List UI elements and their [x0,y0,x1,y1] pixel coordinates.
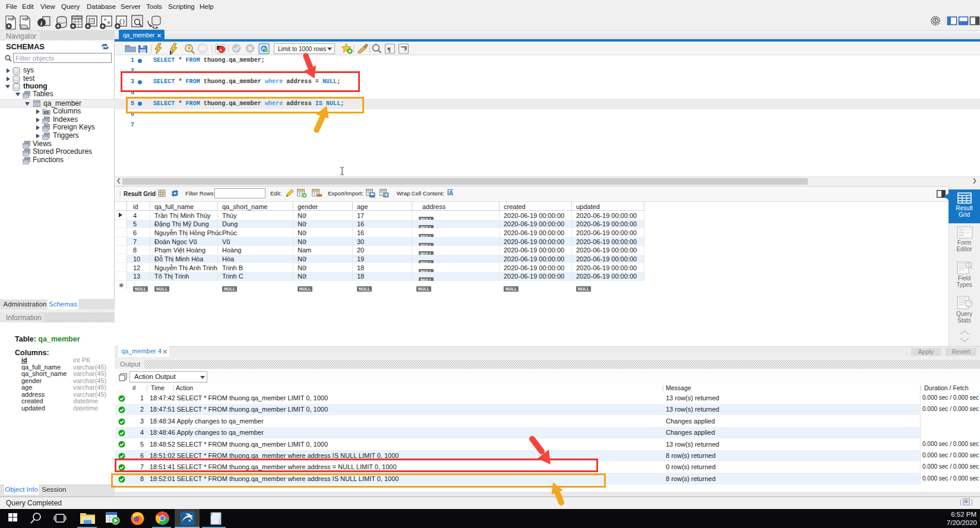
svg-text:{}: {} [119,19,125,25]
svg-text:SQL: SQL [22,17,29,21]
svg-text:SQL: SQL [8,17,15,21]
svg-text:IA: IA [447,190,453,197]
